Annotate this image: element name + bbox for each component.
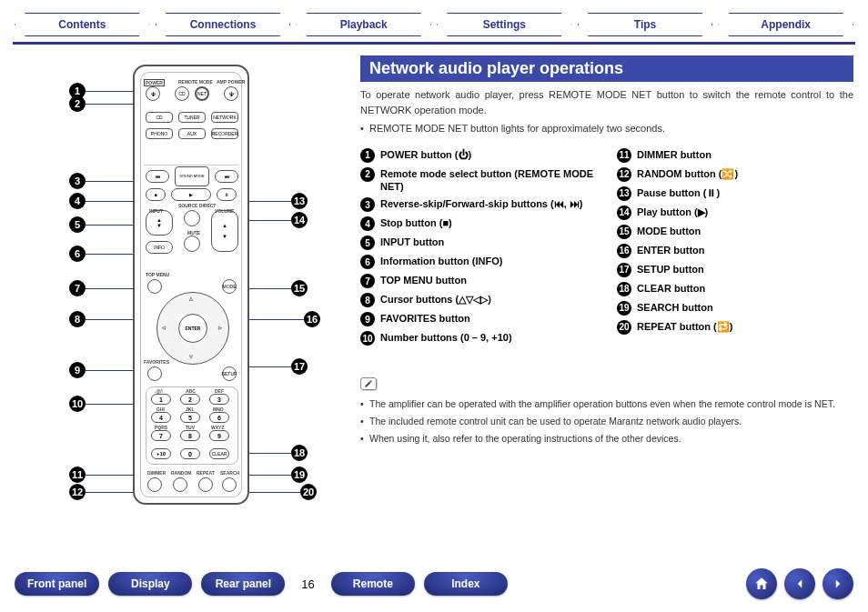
- key-6-label: Information button (INFO): [380, 255, 597, 267]
- callout-9: 9: [69, 362, 86, 378]
- pencil-icon: [360, 377, 377, 390]
- key-3: 3: [209, 394, 229, 405]
- bottom-nav: Front panel Display Rear panel 16 Remote…: [15, 568, 853, 599]
- key-1-label: POWER button (⏻): [380, 148, 597, 161]
- callout-17: 17: [291, 358, 308, 375]
- source-network: NETWORK: [211, 112, 238, 123]
- nav-rear-panel[interactable]: Rear panel: [201, 572, 285, 596]
- source-cd: CD: [146, 112, 173, 123]
- remote-diagram-column: 1 2 3 4 5 6 7 8 9 10 11 12 13 14 15 16 1…: [15, 55, 342, 510]
- mute-button: [184, 236, 200, 252]
- power-button: ⏻: [146, 86, 160, 101]
- label-volume: VOLUME: [215, 208, 234, 214]
- callout-13: 13: [291, 193, 308, 209]
- callout-16: 16: [304, 311, 320, 327]
- callout-15: 15: [291, 280, 308, 296]
- key-8-label: Cursor buttons (△▽◁▷): [380, 293, 597, 306]
- key-6: 6: [209, 412, 229, 423]
- key-18-label: CLEAR button: [637, 282, 853, 295]
- tab-contents[interactable]: Contents: [15, 13, 150, 36]
- key-2-label: Remote mode select button (REMOTE MODE N…: [380, 167, 597, 194]
- reverse-skip-button: ⏮: [146, 170, 169, 183]
- tab-settings[interactable]: Settings: [437, 13, 572, 36]
- key-17-label: SETUP button: [637, 263, 853, 276]
- key-4-label: Stop button (■): [380, 216, 597, 229]
- nav-remote[interactable]: Remote: [331, 572, 415, 596]
- key-9: 9: [209, 430, 229, 441]
- forward-skip-button: ⏭: [215, 170, 238, 183]
- prev-icon[interactable]: [784, 568, 815, 599]
- key-13-label: Pause button (⏸): [637, 186, 853, 199]
- callout-12: 12: [69, 484, 86, 500]
- info-button: INFO: [146, 241, 173, 254]
- note-item: The included remote control unit can be …: [369, 415, 853, 429]
- amp-power-button: ⏻: [224, 86, 238, 101]
- top-tabs: Contents Connections Playback Settings T…: [15, 13, 853, 36]
- callout-7: 7: [69, 280, 86, 296]
- notes-block: The amplifier can be operated with the a…: [360, 377, 853, 446]
- clear-button: CLEAR: [209, 448, 229, 459]
- callout-18: 18: [291, 445, 308, 461]
- key-20-label: REPEAT button (🔁): [637, 320, 853, 333]
- key-col-right: 11DIMMER button 12RANDOM button (🔀) 13Pa…: [617, 144, 853, 351]
- key-12-label: RANDOM button (🔀): [637, 167, 853, 180]
- label-mute: MUTE: [187, 230, 200, 236]
- random-button: [173, 477, 187, 492]
- key-1: 1: [151, 394, 171, 405]
- key-7-label: TOP MENU button: [380, 274, 597, 286]
- favorites-button: [147, 366, 162, 381]
- label-source-direct: SOURCE DIRECT: [178, 203, 216, 208]
- tab-playback[interactable]: Playback: [296, 13, 431, 36]
- remote-mode-cd-button: CD: [175, 86, 189, 101]
- label-random: RANDOM: [171, 470, 192, 476]
- key-15-label: MODE button: [637, 225, 853, 237]
- source-aux: AUX: [178, 128, 206, 139]
- key-5: 5: [180, 412, 200, 423]
- label-dimmer: DIMMER: [147, 470, 166, 476]
- callout-14: 14: [291, 212, 308, 228]
- sound-mode-button: SOUND MODE: [175, 166, 209, 186]
- callout-6: 6: [69, 246, 86, 262]
- label-power: POWER: [144, 79, 165, 86]
- dimmer-button: [147, 477, 162, 492]
- callout-10: 10: [69, 396, 86, 412]
- tab-appendix[interactable]: Appendix: [718, 13, 853, 36]
- manual-page: Contents Connections Playback Settings T…: [0, 0, 868, 612]
- setup-button: SETUP: [222, 366, 237, 381]
- nav-display[interactable]: Display: [108, 572, 192, 596]
- source-phono: PHONO: [146, 128, 173, 139]
- play-button: ▶: [171, 188, 211, 201]
- label-amp-power: AMP POWER: [217, 79, 245, 85]
- next-icon[interactable]: [823, 568, 853, 599]
- remote-body: POWER REMOTE MODE AMP POWER ⏻ CD NET ⏻ C…: [133, 65, 249, 505]
- callout-20: 20: [300, 484, 317, 500]
- label-search: SEARCH: [220, 470, 239, 476]
- search-button: [222, 477, 237, 492]
- nav-index[interactable]: Index: [424, 572, 508, 596]
- label-favorites: FAVORITES: [144, 359, 169, 365]
- note-item: When using it, also refer to the operati…: [369, 432, 853, 446]
- key-14-label: Play button (▶): [637, 206, 853, 218]
- key-5-label: INPUT button: [380, 236, 597, 248]
- key-list: 1POWER button (⏻) 2Remote mode select bu…: [360, 144, 853, 351]
- label-top-menu: TOP MENU: [146, 272, 169, 277]
- label-remote-mode: REMOTE MODE: [178, 79, 213, 85]
- source-direct-button: [184, 210, 200, 226]
- stop-button: ■: [146, 188, 166, 201]
- tab-tips[interactable]: Tips: [578, 13, 713, 36]
- callout-8: 8: [69, 311, 86, 327]
- home-icon[interactable]: [746, 568, 777, 599]
- callout-11: 11: [69, 467, 86, 483]
- key-7: 7: [151, 430, 171, 441]
- tab-connections[interactable]: Connections: [156, 13, 291, 36]
- volume-rocker: ▲▼: [211, 210, 238, 252]
- callout-19: 19: [291, 467, 308, 483]
- note-item: The amplifier can be operated with the a…: [369, 397, 853, 412]
- key-16-label: ENTER button: [637, 244, 853, 256]
- label-input: INPUT: [149, 208, 163, 214]
- callout-3: 3: [69, 173, 86, 189]
- nav-front-panel[interactable]: Front panel: [15, 572, 99, 596]
- key-2: 2: [180, 394, 200, 405]
- key-11-label: DIMMER button: [637, 148, 853, 161]
- content-column: Network audio player operations To opera…: [360, 55, 853, 510]
